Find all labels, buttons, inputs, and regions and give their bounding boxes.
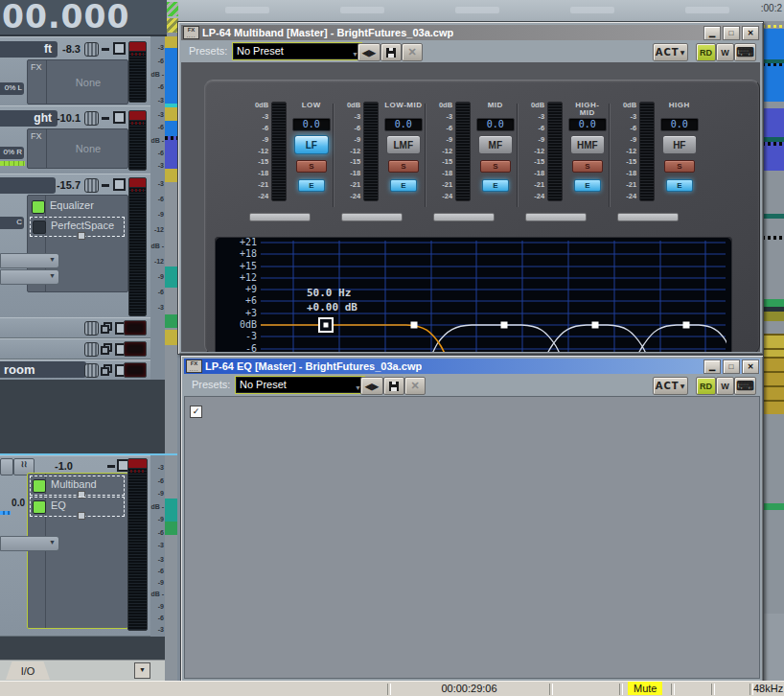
window-titlebar[interactable]: FX.... LP-64 Multiband [Master] - Bright… [181, 25, 760, 40]
maximize-icon[interactable]: □ [723, 360, 740, 374]
band-select-button[interactable]: LF [294, 135, 329, 154]
minimize-strip-icon[interactable] [102, 184, 109, 187]
keyboard-button[interactable]: ⌨ [734, 43, 756, 61]
band-enable-button[interactable]: E [482, 179, 509, 192]
collapsed-strip-room[interactable]: room [0, 360, 150, 381]
gain-value[interactable]: -15.7 [54, 179, 81, 191]
maximize-strip-icon[interactable] [113, 178, 126, 191]
restore-strip-icon[interactable] [101, 343, 112, 355]
track-name[interactable]: room [0, 361, 86, 378]
meter-options-icon[interactable] [84, 42, 99, 57]
save-preset-button[interactable] [383, 377, 404, 395]
band-enable-button[interactable]: E [574, 179, 601, 192]
multiband-plugin-window[interactable]: FX.... LP-64 Multiband [Master] - Bright… [177, 21, 764, 355]
minimize-strip-icon[interactable] [107, 465, 115, 468]
crossover-readout[interactable] [617, 213, 679, 221]
eq-handle[interactable] [501, 322, 508, 329]
plugin-enable-checkbox[interactable]: ✓ [190, 406, 202, 418]
keyboard-button[interactable]: ⌨ [734, 377, 756, 395]
fx-slot-multiband[interactable]: Multiband [30, 476, 125, 496]
band-solo-button[interactable]: S [664, 160, 695, 173]
fx-enable-checkbox[interactable] [33, 220, 46, 234]
eq-plugin-window[interactable]: FX.... LP-64 EQ [Master] - BrightFutures… [180, 355, 764, 683]
fx-plugin-name[interactable]: Multiband [51, 478, 97, 490]
gain-value[interactable]: -8.3 [54, 43, 81, 55]
tab-options-button[interactable]: ▼ [134, 662, 150, 679]
send-dropdown[interactable] [0, 253, 59, 268]
band-select-button[interactable]: HMF [570, 135, 605, 154]
master-strip[interactable]: ≀≀ -1.0 Multiband EQ 0.0 [0, 455, 150, 637]
read-automation-button[interactable]: RD [696, 377, 716, 395]
window-titlebar[interactable]: FX.... LP-64 EQ [Master] - BrightFutures… [184, 359, 760, 374]
preset-combobox[interactable]: No Preset [233, 43, 361, 59]
fx-slot-empty[interactable]: None [49, 129, 127, 168]
preset-prev-next-button[interactable]: ◀▶ [357, 43, 380, 61]
maximize-strip-icon[interactable] [113, 42, 126, 55]
fx-bin[interactable]: FX None [27, 59, 128, 104]
fx-plugin-name[interactable]: EQ [51, 499, 66, 511]
act-button[interactable]: ACT▼ [653, 377, 688, 395]
band-gain-display[interactable]: 0.0 [384, 118, 423, 131]
meter-options-icon[interactable] [84, 363, 99, 378]
eq-handle[interactable] [683, 322, 690, 329]
band-gain-display[interactable]: 0.0 [476, 118, 515, 131]
pan-slider[interactable] [0, 161, 25, 166]
minimize-icon[interactable]: ▁ [703, 360, 721, 374]
write-automation-button[interactable]: W [716, 43, 734, 61]
minimize-icon[interactable]: ▁ [703, 26, 721, 40]
band-gain-display[interactable]: 0.0 [292, 118, 331, 131]
eq-graph[interactable]: +21 +18 +15 +12 +9 +6 +3 0dB -3 -6 -9 -1… [215, 237, 732, 352]
fx-enable-checkbox[interactable] [32, 200, 45, 214]
delete-preset-button[interactable]: ✕ [404, 377, 426, 395]
eq-handle[interactable] [592, 322, 599, 329]
restore-strip-icon[interactable] [101, 322, 112, 334]
preset-prev-next-button[interactable]: ◀▶ [360, 377, 383, 395]
minimize-strip-icon[interactable] [102, 117, 109, 120]
track-name[interactable] [0, 177, 56, 194]
crossover-readout[interactable] [433, 213, 495, 221]
fx-enable-checkbox[interactable] [33, 500, 46, 514]
pan-readout[interactable]: 0% L [0, 82, 24, 95]
track-name[interactable]: ght [0, 110, 58, 127]
send-dropdown[interactable] [0, 269, 59, 285]
track-view-clips-right[interactable] [762, 21, 784, 681]
band-solo-button[interactable]: S [296, 160, 327, 173]
crossover-readout[interactable] [249, 213, 311, 221]
fx-bin[interactable]: FX None [27, 128, 128, 169]
output-dropdown[interactable] [0, 536, 59, 551]
minimize-strip-icon[interactable] [102, 48, 109, 51]
channel-strip-right[interactable]: ght -10.1 FX None 0% R [0, 105, 150, 174]
meter-options-icon[interactable] [84, 321, 99, 336]
collapsed-strip[interactable] [0, 338, 150, 360]
timeline-ruler[interactable]: :00:2 [150, 0, 784, 22]
band-select-button[interactable]: MF [478, 135, 513, 154]
maximize-strip-icon[interactable] [113, 111, 126, 124]
fx-slot-equalizer[interactable]: Equalizer [30, 197, 123, 216]
solo-button[interactable] [0, 458, 13, 476]
fx-enable-checkbox[interactable] [33, 479, 46, 493]
channel-strip-bus[interactable]: -15.7 Equalizer PerfectSpace C [0, 174, 150, 318]
pan-mini-slider[interactable] [0, 511, 11, 515]
meter-options-icon[interactable] [84, 111, 99, 126]
track-name[interactable]: ft [0, 41, 58, 58]
pan-readout[interactable]: C [0, 217, 24, 229]
eq-handle[interactable] [411, 322, 418, 329]
pan-readout[interactable]: 0% R [0, 147, 24, 159]
band-gain-display[interactable]: 0.0 [660, 118, 699, 131]
band-enable-button[interactable]: E [298, 179, 325, 192]
close-icon[interactable]: ✕ [742, 26, 759, 40]
collapsed-strip[interactable] [0, 317, 150, 338]
fx-slot-perfectspace[interactable]: PerfectSpace [30, 217, 125, 237]
write-automation-button[interactable]: W [716, 377, 734, 395]
fx-plugin-name[interactable]: Equalizer [50, 199, 94, 211]
fx-plugin-name[interactable]: PerfectSpace [51, 220, 114, 231]
delete-preset-button[interactable]: ✕ [402, 43, 423, 61]
band-enable-button[interactable]: E [390, 179, 417, 192]
fx-slot-empty[interactable]: None [49, 60, 127, 104]
channel-strip-left[interactable]: ft -8.3 FX None 0% L [0, 36, 150, 106]
save-preset-button[interactable] [380, 43, 402, 61]
tab-io[interactable]: I/O [6, 661, 50, 680]
track-view-clips-left[interactable] [165, 21, 177, 681]
restore-strip-icon[interactable] [101, 364, 112, 376]
meter-options-icon[interactable] [84, 178, 99, 193]
